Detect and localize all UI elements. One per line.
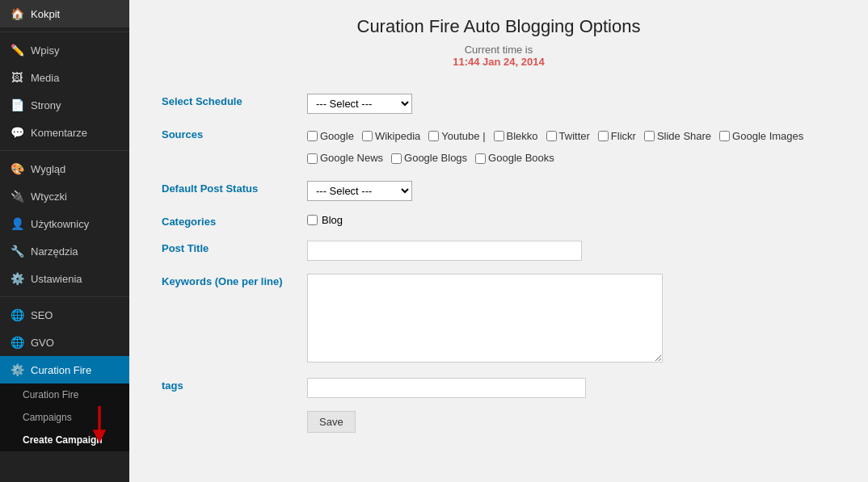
ustawienia-icon: ⚙️: [10, 272, 24, 285]
sidebar-label-curation-fire: Curation Fire: [31, 364, 91, 376]
sidebar-label-strony: Strony: [31, 99, 61, 111]
curation-fire-icon: ⚙️: [10, 363, 24, 376]
media-icon: 🖼: [10, 71, 24, 84]
sidebar-item-wtyczki[interactable]: 🔌 Wtyczki: [0, 182, 129, 210]
sidebar-label-wyglad: Wygląd: [31, 163, 65, 175]
komentarze-icon: 💬: [10, 126, 24, 139]
sidebar-label-komentarze: Komentarze: [31, 127, 87, 139]
source-wikipedia-checkbox[interactable]: [362, 131, 373, 141]
sidebar-label-wpisy: Wpisy: [31, 44, 59, 57]
options-form: Select Schedule --- Select --- Sources G…: [154, 87, 844, 439]
post-title-row: Post Title: [154, 234, 844, 267]
select-schedule-label: Select Schedule: [154, 87, 299, 120]
sidebar-divider-2: [0, 150, 129, 151]
source-blekko: Blekko: [494, 127, 538, 145]
sidebar-item-curation-fire[interactable]: ⚙️ Curation Fire: [0, 356, 129, 384]
source-google-images: Google Images: [719, 127, 803, 145]
source-wikipedia: Wikipedia: [362, 127, 420, 145]
save-button[interactable]: Save: [307, 411, 356, 433]
source-google-images-checkbox[interactable]: [719, 131, 730, 141]
red-arrow-icon: [87, 406, 112, 446]
sidebar-label-seo: SEO: [31, 309, 53, 321]
keywords-label: Keywords (One per line): [154, 267, 299, 371]
source-google: Google: [307, 127, 354, 145]
categories-block: Blog: [307, 214, 836, 226]
main-content: Curation Fire Auto Blogging Options Curr…: [129, 0, 868, 482]
categories-label: Categories: [154, 207, 299, 234]
sidebar-divider-3: [0, 296, 129, 297]
post-title-label: Post Title: [154, 234, 299, 267]
sidebar-label-gvo: GVO: [31, 337, 54, 349]
default-post-status-row: Default Post Status --- Select ---: [154, 174, 844, 207]
narzedzia-icon: 🔧: [10, 245, 24, 258]
sources-row: Sources Google Wikipedia You: [154, 120, 844, 174]
wpisy-icon: ✏️: [10, 44, 24, 57]
source-youtube: Youtube |: [428, 127, 485, 145]
current-time-value: 11:44 Jan 24, 2014: [154, 56, 844, 68]
source-twitter: Twitter: [546, 127, 590, 145]
tags-label: tags: [154, 371, 299, 404]
source-blekko-checkbox[interactable]: [494, 131, 504, 141]
strony-icon: 📄: [10, 98, 24, 111]
source-flickr-checkbox[interactable]: [598, 131, 609, 141]
gvo-icon: 🌐: [10, 336, 24, 349]
sidebar-item-seo[interactable]: 🌐 SEO: [0, 301, 129, 329]
keywords-textarea[interactable]: [307, 274, 663, 363]
blog-category-label: Blog: [322, 214, 343, 226]
source-flickr: Flickr: [598, 127, 636, 145]
source-google-checkbox[interactable]: [307, 131, 318, 141]
curation-fire-submenu: Curation Fire Campaigns Create Campaign: [0, 384, 129, 451]
current-time-block: Current time is 11:44 Jan 24, 2014: [154, 44, 844, 68]
keywords-row: Keywords (One per line): [154, 267, 844, 371]
sidebar-label-kokpit: Kokpit: [31, 8, 60, 20]
submenu-label-campaigns: Campaigns: [23, 412, 72, 423]
default-post-status-dropdown[interactable]: --- Select ---: [307, 181, 412, 201]
page-title: Curation Fire Auto Blogging Options: [154, 16, 844, 37]
wtyczki-icon: 🔌: [10, 190, 24, 203]
sidebar-item-strony[interactable]: 📄 Strony: [0, 91, 129, 119]
sidebar-item-ustawienia[interactable]: ⚙️ Ustawienia: [0, 265, 129, 292]
seo-icon: 🌐: [10, 308, 24, 321]
source-google-blogs: Google Blogs: [391, 149, 467, 167]
source-google-news: Google News: [307, 149, 383, 167]
post-title-input[interactable]: [307, 241, 582, 261]
default-post-status-label: Default Post Status: [154, 174, 299, 207]
sidebar: 🏠 Kokpit ✏️ Wpisy 🖼 Media 📄 Strony 💬 Kom…: [0, 0, 129, 482]
sidebar-label-wtyczki: Wtyczki: [31, 191, 67, 203]
submenu-item-create-campaign[interactable]: Create Campaign: [0, 429, 129, 451]
sidebar-item-gvo[interactable]: 🌐 GVO: [0, 329, 129, 356]
sidebar-item-komentarze[interactable]: 💬 Komentarze: [0, 119, 129, 146]
source-youtube-checkbox[interactable]: [428, 131, 439, 141]
sources-block: Google Wikipedia Youtube | Blekko: [307, 127, 836, 168]
sidebar-item-wpisy[interactable]: ✏️ Wpisy: [0, 36, 129, 64]
current-time-label: Current time is: [154, 44, 844, 56]
source-twitter-checkbox[interactable]: [546, 131, 557, 141]
sources-label: Sources: [154, 120, 299, 174]
select-schedule-row: Select Schedule --- Select ---: [154, 87, 844, 120]
submenu-item-curation-fire[interactable]: Curation Fire: [0, 384, 129, 406]
tags-input[interactable]: [307, 378, 586, 398]
save-row: Save: [154, 404, 844, 439]
sidebar-label-ustawienia: Ustawienia: [31, 273, 82, 285]
blog-category-checkbox[interactable]: [307, 215, 318, 225]
sidebar-label-narzedzia: Narzędzia: [31, 245, 78, 258]
uzytkownicy-icon: 👤: [10, 217, 24, 230]
select-schedule-dropdown[interactable]: --- Select ---: [307, 94, 412, 114]
source-slideshare-checkbox[interactable]: [644, 131, 655, 141]
source-slideshare: Slide Share: [644, 127, 711, 145]
sidebar-item-wyglad[interactable]: 🎨 Wygląd: [0, 155, 129, 182]
sidebar-item-uzytkownicy[interactable]: 👤 Użytkownicy: [0, 210, 129, 237]
source-google-blogs-checkbox[interactable]: [391, 153, 402, 164]
source-google-books: Google Books: [475, 149, 554, 167]
kokpit-icon: 🏠: [10, 7, 24, 20]
source-google-books-checkbox[interactable]: [475, 153, 486, 164]
sidebar-item-narzedzia[interactable]: 🔧 Narzędzia: [0, 237, 129, 265]
sidebar-divider-1: [0, 31, 129, 32]
sidebar-item-media[interactable]: 🖼 Media: [0, 64, 129, 91]
submenu-label-curation-fire: Curation Fire: [23, 389, 78, 400]
tags-row: tags: [154, 371, 844, 404]
wyglad-icon: 🎨: [10, 162, 24, 175]
sidebar-label-media: Media: [31, 72, 59, 84]
source-google-news-checkbox[interactable]: [307, 153, 318, 164]
sidebar-item-kokpit[interactable]: 🏠 Kokpit: [0, 0, 129, 27]
